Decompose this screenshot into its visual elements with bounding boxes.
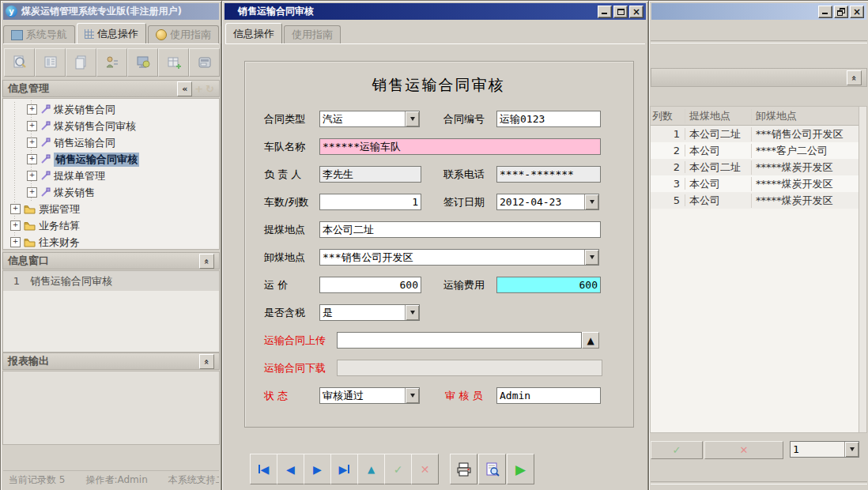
freight-cost-field[interactable]: 600 — [496, 277, 601, 293]
status-combo[interactable]: 审核通过 — [319, 387, 420, 404]
tab-info-operation[interactable]: 信息操作 — [77, 23, 146, 43]
minimize-button[interactable] — [818, 6, 832, 18]
toolbar-form-button[interactable] — [35, 48, 66, 77]
table-row[interactable]: 1 本公司二址 ***销售公司开发区 — [651, 126, 861, 142]
list-cancel-button[interactable]: ✕ — [704, 441, 783, 459]
unload-site-combo[interactable]: ***销售公司开发区 — [319, 249, 599, 266]
nav-last-button[interactable]: ▶ — [330, 454, 358, 484]
toolbar-window-button[interactable] — [189, 48, 220, 77]
nav-first-button[interactable]: ◀ — [250, 454, 277, 484]
freight-price-field[interactable]: 600 — [319, 277, 421, 293]
toolbar-table-add-button[interactable] — [158, 48, 189, 77]
list-panel-collapse-button[interactable]: « — [847, 70, 862, 85]
form-title: 销售运输合同审核 — [244, 77, 632, 93]
freight-price-label: 运 价 — [264, 277, 288, 293]
info-window-item[interactable]: 1 销售运输合同审核 — [3, 271, 219, 291]
expand-icon[interactable]: + — [10, 237, 21, 247]
expand-icon[interactable]: + — [27, 154, 37, 164]
close-button[interactable]: × — [850, 6, 864, 18]
tree-item-business-settle[interactable]: + 业务结算 — [3, 217, 219, 234]
print-button[interactable] — [450, 454, 477, 484]
play-icon: ▶ — [515, 462, 526, 477]
tab-system-nav[interactable]: 系统导航 — [3, 25, 75, 43]
run-button[interactable]: ▶ — [507, 454, 534, 484]
nav-prev-button[interactable]: ◀ — [277, 454, 304, 484]
tree-item-bill-manage[interactable]: + 票据管理 — [3, 201, 219, 217]
info-window-collapse-button[interactable]: « — [199, 254, 214, 269]
tree-item-coal-sales-contract-audit[interactable]: + 煤炭销售合同审核 — [3, 118, 219, 134]
toolbar-user-button[interactable] — [96, 48, 127, 77]
tree-item-coal-pickup-manage[interactable]: + 提煤单管理 — [3, 168, 219, 184]
contract-download-field[interactable] — [337, 360, 602, 376]
table-row[interactable]: 3 本公司 *****煤炭开发区 — [651, 175, 861, 192]
contract-no-field[interactable]: 运输0123 — [496, 111, 601, 127]
chevron-down-icon[interactable] — [844, 442, 859, 457]
main-window: y 煤炭运销管理系统专业版(非注册用户) 系统导航 信息操作 使用指南 关 — [0, 0, 222, 490]
list-confirm-button[interactable]: ✓ — [651, 441, 703, 459]
manager-field[interactable]: 李先生 — [319, 166, 421, 183]
panel-refresh-icon: ↻ — [206, 83, 214, 95]
maximize-button[interactable] — [613, 6, 628, 18]
panel-collapse-left-button[interactable]: « — [177, 81, 192, 96]
pickup-site-field[interactable]: 本公司二址 — [319, 221, 601, 238]
upload-button[interactable]: ▲ — [582, 332, 599, 349]
nav-next-button[interactable]: ▶ — [304, 454, 331, 484]
restore-button[interactable] — [834, 6, 848, 18]
close-button[interactable]: × — [629, 6, 643, 18]
auditor-label: 审 核 员 — [445, 387, 482, 404]
chevron-down-icon[interactable] — [405, 111, 419, 126]
vehicle-count-field[interactable]: 1 — [319, 194, 421, 210]
fleet-name-field[interactable]: ******运输车队 — [319, 138, 601, 155]
tree-item-sales-transport-contract-audit[interactable]: + 销售运输合同审核 — [3, 151, 219, 168]
toolbar-document-button[interactable] — [66, 48, 96, 77]
chevron-down-icon[interactable] — [405, 388, 419, 403]
chevron-down-icon[interactable] — [584, 250, 598, 265]
freight-cost-label: 运输费用 — [443, 277, 485, 293]
table-row[interactable]: 2 本公司 ****客户二公司 — [651, 142, 861, 159]
table-row[interactable]: 2 本公司二址 *****煤炭开发区 — [651, 159, 861, 175]
contract-type-combo[interactable]: 汽运 — [319, 111, 420, 127]
user-setup-icon — [104, 55, 120, 70]
tree-item-sales-transport-contract[interactable]: + 销售运输合同 — [3, 134, 219, 151]
table-scrollbar[interactable] — [859, 106, 867, 433]
expand-icon[interactable]: + — [27, 187, 37, 198]
phone-field[interactable]: ****-******* — [496, 166, 601, 183]
page-combo[interactable]: 1 — [790, 441, 859, 458]
tree-item-coal-sales-contract[interactable]: + 煤炭销售合同 — [3, 101, 219, 118]
main-window-titlebar: y 煤炭运销管理系统专业版(非注册用户) — [3, 3, 219, 20]
cross-icon: ✕ — [740, 444, 749, 456]
chevron-down-icon[interactable] — [584, 194, 598, 209]
nav-up-button[interactable]: ▲ — [357, 454, 385, 484]
col-header-count[interactable]: 列数 — [651, 109, 685, 123]
tax-included-combo[interactable]: 是 — [319, 304, 420, 321]
chevron-down-icon[interactable] — [405, 305, 419, 320]
expand-icon[interactable]: + — [27, 104, 37, 115]
contract-upload-field[interactable] — [337, 332, 582, 349]
col-header-pickup[interactable]: 提煤地点 — [685, 109, 752, 123]
expand-icon[interactable]: + — [10, 204, 21, 214]
tree-item-finance[interactable]: + 往来财务 — [3, 234, 219, 250]
fleet-name-label: 车队名称 — [264, 138, 305, 155]
col-header-unload[interactable]: 卸煤地点 — [752, 109, 861, 123]
expand-icon[interactable]: + — [10, 220, 21, 231]
sign-date-combo[interactable]: 2012-04-23 — [496, 194, 599, 210]
minimize-button[interactable] — [598, 6, 612, 18]
expand-icon[interactable]: + — [27, 121, 37, 131]
dialog-tab-info-operation[interactable]: 信息操作 — [225, 23, 282, 43]
report-output-header: 报表输出 « — [2, 352, 220, 370]
toolbar-monitor-button[interactable] — [127, 48, 158, 77]
toolbar-search-button[interactable] — [4, 48, 35, 77]
auditor-field[interactable]: Admin — [496, 387, 601, 404]
expand-icon[interactable]: + — [27, 171, 37, 181]
dialog-tab-user-guide[interactable]: 使用指南 — [284, 25, 341, 43]
tree-item-coal-sales[interactable]: + 煤炭销售 — [3, 184, 219, 201]
table-row[interactable]: 5 本公司 *****煤炭开发区 — [651, 192, 861, 209]
list-window-titlebar: × — [651, 3, 866, 20]
report-output-collapse-button[interactable]: « — [199, 354, 214, 369]
preview-button[interactable] — [478, 454, 506, 484]
expand-icon[interactable]: + — [27, 138, 37, 148]
confirm-button[interactable]: ✓ — [384, 454, 412, 484]
tab-user-guide[interactable]: 使用指南 — [148, 25, 219, 43]
cancel-button[interactable]: ✕ — [411, 454, 439, 484]
contract-type-label: 合同类型 — [264, 111, 305, 127]
